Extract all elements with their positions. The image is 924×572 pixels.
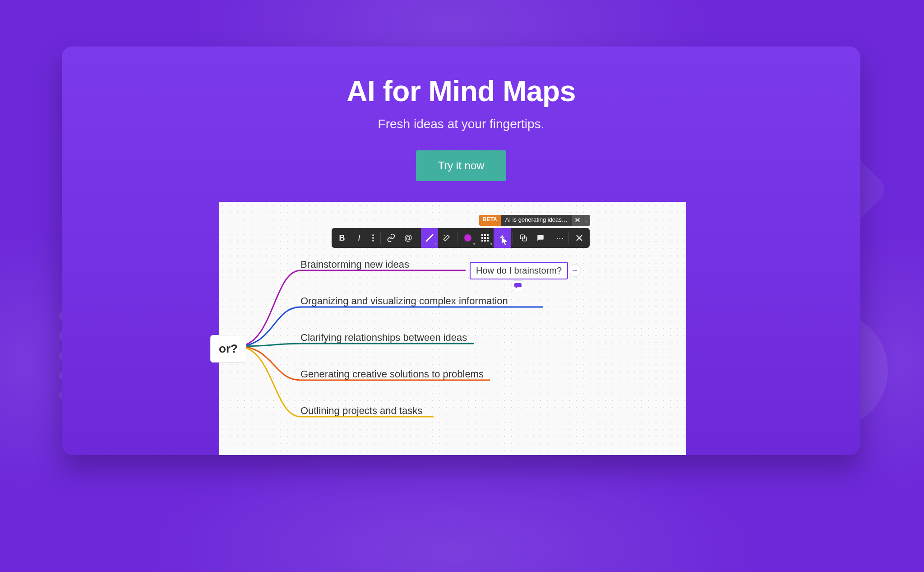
italic-icon[interactable]: I <box>351 228 368 248</box>
branch-label[interactable]: Organizing and visualizing complex infor… <box>300 295 508 307</box>
branch-label[interactable]: Outlining projects and tasks <box>300 405 422 417</box>
svg-rect-9 <box>484 237 486 239</box>
grid-icon[interactable] <box>476 228 494 248</box>
hero-title: AI for Mind Maps <box>62 74 860 108</box>
svg-line-3 <box>426 235 433 241</box>
kbd-cmd: ⌘ <box>572 215 583 226</box>
bg-glow <box>135 437 767 572</box>
svg-rect-13 <box>487 240 489 242</box>
tooltip-text: AI is generating ideas… <box>501 215 572 226</box>
fill-color-icon[interactable] <box>459 228 476 248</box>
svg-point-0 <box>372 234 374 236</box>
hero-subtitle: Fresh ideas at your fingertips. <box>62 117 860 131</box>
kbd-dot: . <box>583 215 590 226</box>
formatting-toolbar: B I @ <box>332 228 590 248</box>
mindmap-root-node[interactable]: or? <box>210 335 246 363</box>
ai-tooltip: BETA AI is generating ideas… ⌘ . <box>479 215 590 226</box>
node-ai-tag-icon[interactable] <box>512 280 524 291</box>
app-screenshot: BETA AI is generating ideas… ⌘ . B I @ <box>219 202 686 455</box>
mindmap-sub-node[interactable]: How do I brainstorm? <box>470 262 568 279</box>
comment-icon[interactable] <box>532 228 549 248</box>
beta-badge: BETA <box>479 215 501 226</box>
svg-rect-5 <box>481 234 483 236</box>
branch-label[interactable]: Generating creative solutions to problem… <box>300 368 484 380</box>
mention-icon[interactable]: @ <box>400 228 417 248</box>
branch-label[interactable]: Brainstorming new ideas <box>300 259 409 270</box>
hero-card: AI for Mind Maps Fresh ideas at your fin… <box>62 47 860 455</box>
try-it-now-button[interactable]: Try it now <box>416 150 506 181</box>
node-expand-icon[interactable]: -- <box>568 264 581 277</box>
svg-rect-8 <box>481 237 483 239</box>
svg-point-2 <box>372 240 374 242</box>
ai-icon[interactable] <box>494 228 511 248</box>
line-color-icon[interactable] <box>421 228 438 248</box>
svg-point-1 <box>372 237 374 239</box>
wand-icon[interactable] <box>438 228 455 248</box>
copy-icon[interactable] <box>515 228 532 248</box>
overflow-icon[interactable]: ⋯ <box>553 228 567 248</box>
link-icon[interactable] <box>383 228 400 248</box>
svg-point-4 <box>464 234 471 242</box>
branch-label[interactable]: Clarifying relationships between ideas <box>300 332 467 344</box>
svg-rect-10 <box>487 237 489 239</box>
svg-rect-6 <box>484 234 486 236</box>
svg-rect-12 <box>484 240 486 242</box>
more-text-icon[interactable] <box>368 228 379 248</box>
svg-rect-7 <box>487 234 489 236</box>
close-icon[interactable] <box>571 228 588 248</box>
bold-icon[interactable]: B <box>333 228 351 248</box>
svg-rect-11 <box>481 240 483 242</box>
